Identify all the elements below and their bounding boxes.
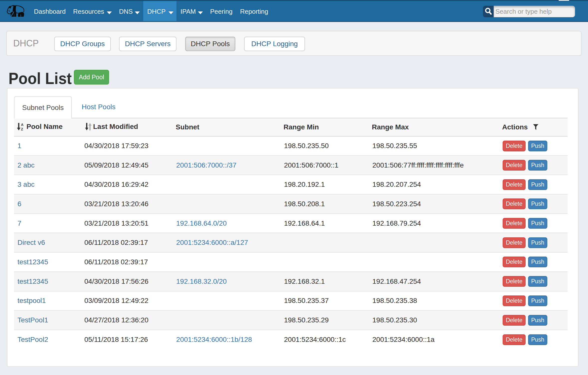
svg-text:Z: Z	[21, 127, 23, 131]
svg-text:A: A	[21, 123, 23, 127]
